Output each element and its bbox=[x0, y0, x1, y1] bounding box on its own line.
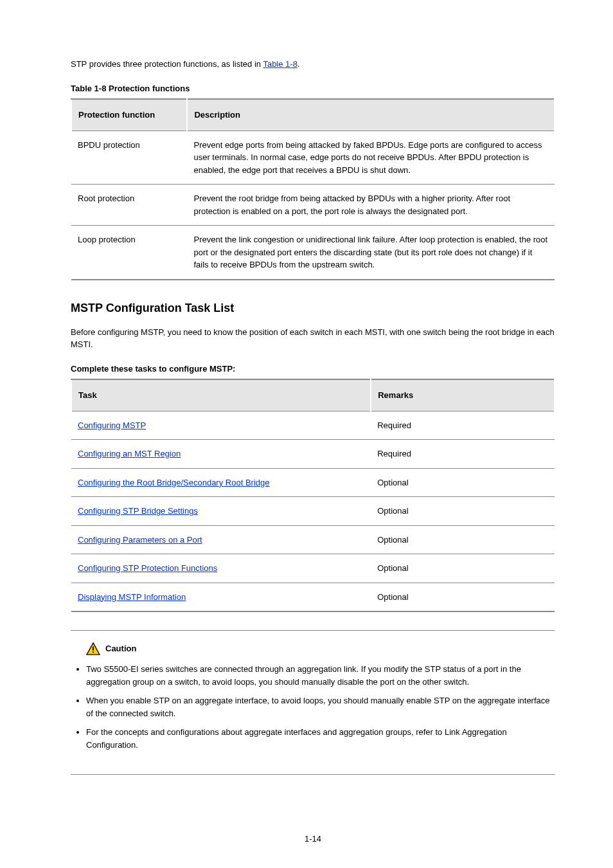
table-row: Root protection Prevent the root bridge … bbox=[71, 185, 555, 226]
list-item: For the concepts and configurations abou… bbox=[86, 726, 555, 751]
table2-header-task: Task bbox=[71, 379, 371, 411]
intro-text-before: STP provides three protection functions,… bbox=[71, 59, 263, 69]
remarks-cell: Optional bbox=[371, 497, 555, 526]
task-cell: Configuring the Root Bridge/Secondary Ro… bbox=[71, 468, 371, 497]
task-link[interactable]: Configuring the Root Bridge/Secondary Ro… bbox=[78, 478, 269, 487]
table1-cell-function: Loop protection bbox=[71, 226, 187, 280]
table2-header-remarks: Remarks bbox=[371, 379, 555, 411]
caution-heading: Caution bbox=[86, 642, 555, 655]
task-link[interactable]: Configuring an MST Region bbox=[78, 449, 181, 458]
remarks-cell: Optional bbox=[371, 583, 555, 611]
list-item: Two S5500-EI series switches are connect… bbox=[86, 663, 555, 688]
caution-block: Caution Two S5500-EI series switches are… bbox=[71, 630, 555, 775]
section-heading: MSTP Configuration Task List bbox=[71, 300, 555, 317]
caution-label: Caution bbox=[105, 642, 136, 655]
remarks-cell: Required bbox=[371, 440, 555, 469]
warning-icon bbox=[86, 642, 100, 655]
list-item: When you enable STP on an aggregate inte… bbox=[86, 694, 555, 719]
caution-list: Two S5500-EI series switches are connect… bbox=[71, 663, 555, 751]
task-link[interactable]: Displaying MSTP Information bbox=[78, 592, 186, 602]
table-row: Configuring the Root Bridge/Secondary Ro… bbox=[71, 468, 555, 497]
task-link[interactable]: Configuring STP Bridge Settings bbox=[78, 506, 198, 516]
table2-caption: Complete these tasks to configure MSTP: bbox=[71, 363, 555, 375]
task-cell: Configuring STP Bridge Settings bbox=[71, 497, 371, 526]
intro-paragraph: STP provides three protection functions,… bbox=[71, 58, 555, 71]
intro-xref-link[interactable]: Table 1-8 bbox=[263, 59, 297, 69]
remarks-cell: Optional bbox=[371, 554, 555, 583]
svg-rect-2 bbox=[93, 652, 94, 653]
task-link[interactable]: Configuring MSTP bbox=[78, 420, 146, 430]
task-cell: Configuring an MST Region bbox=[71, 440, 371, 469]
task-link[interactable]: Configuring STP Protection Functions bbox=[78, 563, 217, 573]
table-row: Displaying MSTP Information Optional bbox=[71, 583, 555, 611]
table-row: Loop protection Prevent the link congest… bbox=[71, 226, 555, 280]
table-row: Configuring MSTP Required bbox=[71, 411, 555, 440]
task-link[interactable]: Configuring Parameters on a Port bbox=[78, 535, 202, 545]
svg-rect-1 bbox=[93, 646, 94, 650]
mstp-task-table: Task Remarks Configuring MSTP Required C… bbox=[71, 379, 555, 612]
table1-header-function: Protection function bbox=[71, 99, 187, 131]
remarks-cell: Required bbox=[371, 411, 555, 440]
task-cell: Displaying MSTP Information bbox=[71, 583, 371, 611]
table1-cell-description: Prevent the root bridge from being attac… bbox=[187, 185, 555, 226]
task-cell: Configuring MSTP bbox=[71, 411, 371, 440]
table1-cell-description: Prevent edge ports from being attacked b… bbox=[187, 131, 555, 185]
intro-text-after: . bbox=[298, 59, 300, 69]
table1-cell-function: BPDU protection bbox=[71, 131, 187, 185]
remarks-cell: Optional bbox=[371, 525, 555, 554]
table-row: Configuring an MST Region Required bbox=[71, 440, 555, 469]
table1-header-description: Description bbox=[187, 99, 555, 131]
table1-cell-description: Prevent the link congestion or unidirect… bbox=[187, 226, 555, 280]
task-cell: Configuring STP Protection Functions bbox=[71, 554, 371, 583]
page-number: 1-14 bbox=[71, 833, 555, 845]
protection-functions-table: Protection function Description BPDU pro… bbox=[71, 98, 555, 280]
section-intro-paragraph: Before configuring MSTP, you need to kno… bbox=[71, 326, 555, 351]
table-row: BPDU protection Prevent edge ports from … bbox=[71, 131, 555, 185]
table1-caption: Table 1-8 Protection functions bbox=[71, 82, 555, 95]
table-row: Configuring Parameters on a Port Optiona… bbox=[71, 525, 555, 554]
table-row: Configuring STP Bridge Settings Optional bbox=[71, 497, 555, 526]
task-cell: Configuring Parameters on a Port bbox=[71, 525, 371, 554]
remarks-cell: Optional bbox=[371, 468, 555, 497]
table1-cell-function: Root protection bbox=[71, 185, 187, 226]
table-row: Configuring STP Protection Functions Opt… bbox=[71, 554, 555, 583]
